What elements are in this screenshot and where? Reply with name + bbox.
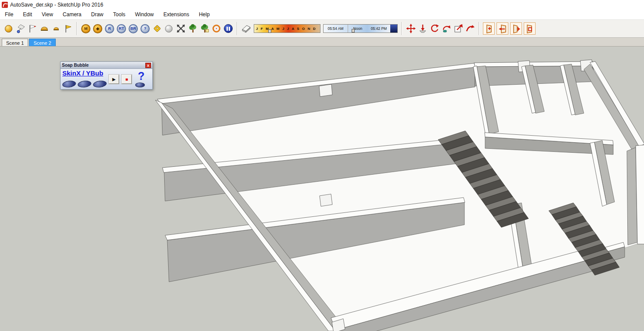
time-start-label: 05:54 AM bbox=[324, 25, 348, 32]
play-button[interactable]: ▶ bbox=[109, 75, 119, 84]
pennant-icon bbox=[63, 24, 73, 33]
flag-tool-button[interactable] bbox=[26, 22, 38, 35]
export-view-icon bbox=[453, 24, 463, 33]
menu-draw[interactable]: Draw bbox=[86, 11, 108, 18]
diamond-badge-icon: ◆ bbox=[93, 24, 102, 33]
dome-icon bbox=[41, 27, 48, 31]
door-add-tool-button[interactable] bbox=[483, 22, 495, 35]
white-sphere-tool-button[interactable] bbox=[163, 22, 175, 35]
shadow-date-slider[interactable]: J F M A M J J A S O N D bbox=[254, 24, 320, 33]
pause-tool-button[interactable] bbox=[222, 22, 234, 35]
swoosh-arrow-icon bbox=[465, 24, 475, 33]
rotate-arrow-icon bbox=[442, 24, 451, 33]
rt-badge-icon: RT bbox=[117, 24, 126, 33]
tree-icon bbox=[188, 24, 198, 33]
stop-button[interactable]: ■ bbox=[122, 75, 132, 84]
export-view-tool-button[interactable] bbox=[452, 22, 464, 35]
viewport-3d[interactable]: Soap Bubble x SkinX / YBub ▶ ■ ? bbox=[0, 47, 644, 331]
eraser-icon bbox=[241, 24, 252, 33]
main-toolbar: M ◆ R RT BR ? bbox=[0, 19, 644, 38]
refresh-red-tool-button[interactable] bbox=[428, 22, 440, 35]
skin-bubble-button-3[interactable] bbox=[93, 80, 107, 88]
dome-tool-button[interactable] bbox=[38, 22, 50, 35]
drape-tool-button[interactable] bbox=[14, 22, 26, 35]
tree-photo-tool-button[interactable] bbox=[198, 22, 210, 35]
door-box-tool-button[interactable] bbox=[524, 22, 536, 35]
crossed-arrows-tool-button[interactable] bbox=[175, 22, 187, 35]
time-end-label: 05:42 PM bbox=[367, 25, 390, 32]
help-button[interactable]: ? bbox=[138, 70, 144, 83]
toolbar-separator bbox=[401, 22, 402, 35]
drape-icon bbox=[16, 24, 25, 33]
eraser-tool-button[interactable] bbox=[240, 22, 252, 35]
m-badge-icon: M bbox=[81, 24, 90, 33]
badge-br-button[interactable]: BR bbox=[127, 22, 139, 35]
swoosh-arrow-tool-button[interactable] bbox=[464, 22, 476, 35]
tag-icon bbox=[153, 25, 161, 32]
skin-bubble-button-1[interactable] bbox=[62, 80, 76, 88]
menu-extensions[interactable]: Extensions bbox=[158, 11, 194, 18]
tag-tool-button[interactable] bbox=[151, 22, 163, 35]
r-badge-icon: R bbox=[105, 24, 114, 33]
question-badge-icon: ? bbox=[140, 24, 150, 33]
time-slider-track[interactable]: Noon bbox=[348, 25, 367, 32]
drop-red-tool-button[interactable] bbox=[417, 22, 428, 35]
shadow-time-slider[interactable]: 05:54 AM Noon 05:42 PM bbox=[323, 24, 398, 33]
move-arrows-icon bbox=[406, 24, 416, 33]
menu-view[interactable]: View bbox=[37, 11, 58, 18]
move-red-tool-button[interactable] bbox=[405, 22, 417, 35]
app-window: AutoSave_der.skp - SketchUp Pro 2016 Fil… bbox=[0, 0, 644, 331]
compass-icon bbox=[212, 25, 220, 32]
title-bar: AutoSave_der.skp - SketchUp Pro 2016 bbox=[0, 0, 644, 10]
tree-tool-button[interactable] bbox=[187, 22, 198, 35]
time-slider-thumb[interactable] bbox=[352, 29, 355, 32]
door-arrows-icon bbox=[511, 24, 521, 33]
crossed-arrows-icon bbox=[176, 24, 186, 33]
menu-help[interactable]: Help bbox=[194, 11, 215, 18]
help-bubble-icon bbox=[135, 83, 145, 87]
dome-small-tool-button[interactable] bbox=[50, 22, 62, 35]
toolbar-separator bbox=[479, 22, 479, 35]
close-icon[interactable]: x bbox=[145, 63, 151, 68]
door-arrows-tool-button[interactable] bbox=[510, 22, 522, 35]
compass-tool-button[interactable] bbox=[210, 22, 222, 35]
soap-bubble-body: SkinX / YBub ▶ ■ ? bbox=[61, 69, 152, 89]
menu-edit[interactable]: Edit bbox=[18, 11, 37, 18]
door-export-tool-button[interactable] bbox=[496, 22, 508, 35]
door-box-icon bbox=[525, 24, 535, 33]
sphere-icon bbox=[5, 25, 12, 32]
drop-arrow-icon bbox=[418, 24, 428, 33]
skin-ybub-label: SkinX / YBub bbox=[62, 69, 103, 77]
dome-small-icon bbox=[54, 27, 59, 30]
tree-photo-icon bbox=[200, 24, 209, 33]
sphere-tool-button[interactable] bbox=[3, 22, 14, 35]
soap-bubble-palette: Soap Bubble x SkinX / YBub ▶ ■ ? bbox=[60, 61, 153, 90]
menu-file[interactable]: File bbox=[0, 11, 18, 18]
white-sphere-icon bbox=[165, 25, 173, 32]
menu-tools[interactable]: Tools bbox=[108, 11, 130, 18]
window-title: AutoSave_der.skp - SketchUp Pro 2016 bbox=[10, 2, 103, 8]
soap-bubble-title-bar[interactable]: Soap Bubble x bbox=[61, 62, 152, 69]
badge-rt-button[interactable]: RT bbox=[115, 22, 127, 35]
sketchup-logo-icon bbox=[2, 2, 8, 8]
month-scale-label: J F M A M J J A S O N D bbox=[254, 27, 317, 31]
badge-m-button[interactable]: M bbox=[80, 22, 92, 35]
badge-r-button[interactable]: R bbox=[104, 22, 115, 35]
toolbar-separator bbox=[76, 22, 77, 35]
door-export-icon bbox=[498, 24, 507, 33]
door-tool-group bbox=[482, 22, 536, 35]
palette-title: Soap Bubble bbox=[62, 63, 89, 68]
pennant-tool-button[interactable] bbox=[62, 22, 74, 35]
menu-camera[interactable]: Camera bbox=[58, 11, 86, 18]
date-slider-thumb[interactable] bbox=[268, 29, 271, 33]
skin-bubble-button-2[interactable] bbox=[77, 80, 92, 88]
scene-tabs-bar: Scene 1 Scene 2 bbox=[0, 38, 644, 47]
toolbar-separator bbox=[237, 22, 237, 35]
scene-tab-1[interactable]: Scene 1 bbox=[2, 39, 28, 46]
scene-tab-2[interactable]: Scene 2 bbox=[29, 39, 55, 46]
badge-help-button[interactable]: ? bbox=[139, 22, 151, 35]
badge-diamond-button[interactable]: ◆ bbox=[92, 22, 104, 35]
menu-window[interactable]: Window bbox=[130, 11, 159, 18]
rotate-call-red-tool-button[interactable] bbox=[440, 22, 452, 35]
br-badge-icon: BR bbox=[129, 24, 138, 33]
